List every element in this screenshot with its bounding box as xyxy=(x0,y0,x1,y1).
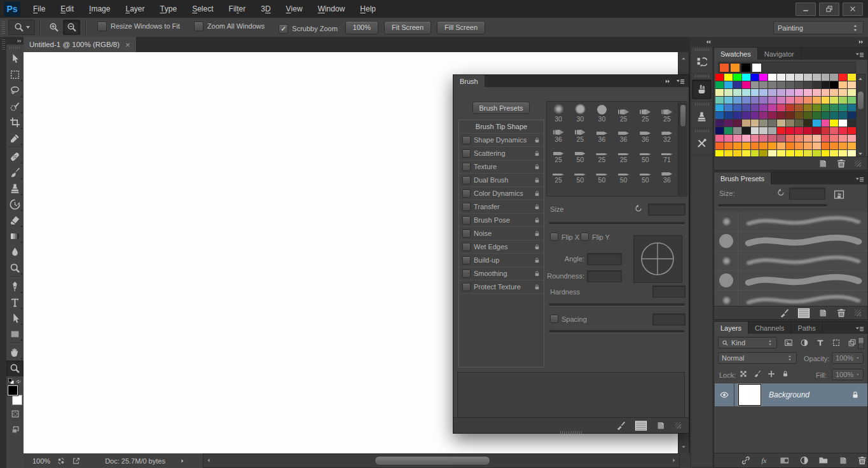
swatch[interactable] xyxy=(724,120,733,127)
swatch[interactable] xyxy=(724,142,733,149)
flip-y-checkbox[interactable]: Flip Y xyxy=(581,233,610,241)
workspace-switcher[interactable]: Painting xyxy=(773,21,864,34)
menu-type[interactable]: Type xyxy=(152,0,184,18)
swatch[interactable] xyxy=(795,97,803,104)
swatch[interactable] xyxy=(848,89,856,96)
swatch[interactable] xyxy=(777,81,785,88)
swatch[interactable] xyxy=(830,74,838,81)
section-checkbox[interactable] xyxy=(462,283,471,291)
brush-tip-item[interactable] xyxy=(548,184,569,195)
swatch[interactable] xyxy=(786,97,794,104)
swatch[interactable] xyxy=(830,142,838,149)
texture-toggle-icon[interactable] xyxy=(798,308,809,318)
button-fit-screen[interactable]: Fit Screen xyxy=(384,21,431,34)
clone-stamp-tool[interactable] xyxy=(6,181,24,196)
swatch[interactable] xyxy=(742,104,750,111)
spacing-slider[interactable] xyxy=(549,330,685,333)
brush-section-protect-texture[interactable]: Protect Texture xyxy=(459,280,544,294)
kind-filter-dropdown[interactable]: Kind xyxy=(718,337,777,348)
delete-brush-button[interactable] xyxy=(836,308,846,318)
swatch[interactable] xyxy=(804,127,812,134)
panel-grip[interactable] xyxy=(695,48,709,51)
lock-position-icon[interactable] xyxy=(768,370,775,378)
flip-x-checkbox[interactable]: Flip X xyxy=(550,233,579,241)
swatch[interactable] xyxy=(786,127,794,134)
section-checkbox[interactable] xyxy=(462,243,471,251)
zoom-tool[interactable] xyxy=(6,361,24,376)
add-mask-icon[interactable] xyxy=(780,455,790,465)
reset-icon[interactable] xyxy=(634,204,643,213)
brush-preview-toggle-icon[interactable] xyxy=(780,308,790,318)
horizontal-type-tool[interactable] xyxy=(6,294,24,310)
swatch[interactable] xyxy=(751,104,759,111)
resize-grip[interactable] xyxy=(855,160,861,167)
swatch[interactable] xyxy=(759,127,768,134)
swatch[interactable] xyxy=(848,120,856,127)
swatches-scrollbar[interactable] xyxy=(856,74,865,159)
swatch[interactable] xyxy=(768,89,776,96)
panel-bottom-grip[interactable] xyxy=(560,431,582,434)
brush-tip-item[interactable]: 25 xyxy=(635,102,656,123)
swatch[interactable] xyxy=(795,81,803,88)
swatch[interactable] xyxy=(777,97,785,104)
swatch[interactable] xyxy=(742,81,750,88)
dodge-tool[interactable] xyxy=(6,260,24,276)
button-fill-screen[interactable]: Fill Screen xyxy=(437,21,485,34)
path-selection-tool[interactable] xyxy=(6,310,24,326)
tab-layers[interactable]: Layers xyxy=(714,322,748,334)
spot-healing-brush-tool[interactable] xyxy=(6,149,24,165)
swatch[interactable] xyxy=(759,112,768,119)
swatch[interactable] xyxy=(777,142,785,149)
adobe-drive-icon[interactable] xyxy=(57,457,65,465)
swatch[interactable] xyxy=(813,89,821,96)
screen-mode-button[interactable] xyxy=(6,422,24,437)
default-colors-icon[interactable] xyxy=(8,378,15,385)
swatch[interactable] xyxy=(804,120,812,127)
swatch[interactable] xyxy=(742,142,750,149)
swatch[interactable] xyxy=(839,135,847,142)
swatch[interactable] xyxy=(759,120,768,127)
hardness-input[interactable] xyxy=(652,286,685,298)
panel-menu-icon[interactable] xyxy=(855,324,864,333)
brush-tip-item[interactable] xyxy=(656,184,678,195)
swatch[interactable] xyxy=(839,81,847,88)
size-input[interactable] xyxy=(648,203,685,216)
brush-tip-item[interactable]: 36 xyxy=(635,123,656,143)
spacing-input[interactable] xyxy=(652,313,685,326)
section-checkbox[interactable] xyxy=(462,256,471,265)
swatch[interactable] xyxy=(759,104,768,111)
swatch[interactable] xyxy=(777,135,785,142)
swatch[interactable] xyxy=(715,104,724,111)
swatch[interactable] xyxy=(822,97,830,104)
close-button[interactable] xyxy=(843,3,863,16)
panel-menu-icon[interactable] xyxy=(676,77,685,86)
swatch[interactable] xyxy=(733,97,741,104)
swatch[interactable] xyxy=(830,97,838,104)
delete-swatch-button[interactable] xyxy=(836,158,846,169)
swatch[interactable] xyxy=(733,81,741,88)
brush-preset-item[interactable] xyxy=(715,251,867,271)
scroll-up-icon[interactable] xyxy=(680,55,687,62)
layer-styles-icon[interactable]: fx xyxy=(761,455,771,465)
swatch[interactable] xyxy=(795,142,803,149)
swatch[interactable] xyxy=(795,135,803,142)
rectangle-tool[interactable] xyxy=(6,326,24,342)
swatch[interactable] xyxy=(768,120,776,127)
swatch[interactable] xyxy=(733,74,741,81)
swatch[interactable] xyxy=(742,112,750,119)
menu-edit[interactable]: Edit xyxy=(53,0,81,18)
swatch[interactable] xyxy=(813,97,821,104)
swatch[interactable] xyxy=(724,89,733,96)
swatch[interactable] xyxy=(839,127,847,134)
brush-tip-item[interactable]: 36 xyxy=(613,123,635,143)
export-icon[interactable] xyxy=(72,457,81,465)
crop-tool[interactable] xyxy=(6,114,24,130)
brush-tip-item[interactable]: 50 xyxy=(569,143,591,163)
brush-tip-item[interactable]: 50 xyxy=(569,163,591,184)
brush-tip-item[interactable]: 50 xyxy=(591,163,612,184)
swatch[interactable] xyxy=(777,120,785,127)
swatch[interactable] xyxy=(848,112,856,119)
swatch[interactable] xyxy=(786,74,794,81)
swatch[interactable] xyxy=(822,120,830,127)
swatch[interactable] xyxy=(839,89,847,96)
